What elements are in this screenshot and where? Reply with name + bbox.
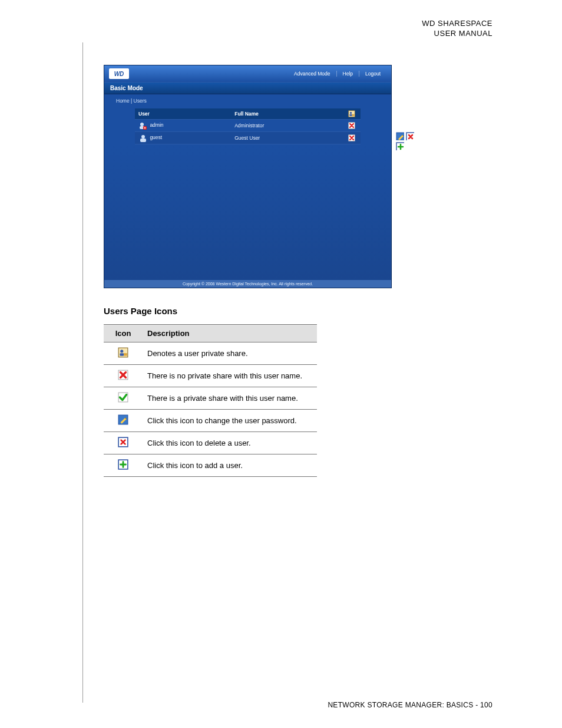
table-row: Denotes a user private share. xyxy=(104,342,317,365)
link-logout[interactable]: Logout xyxy=(359,71,386,77)
col-description: Description xyxy=(143,325,317,342)
wd-logo: WD xyxy=(109,68,129,79)
description-cell: Click this icon to delete a user. xyxy=(143,432,317,454)
table-row: Click this icon to delete a user. xyxy=(104,432,317,454)
no-private-icon xyxy=(118,370,128,380)
link-advanced-mode[interactable]: Advanced Mode xyxy=(288,71,336,77)
icon-cell xyxy=(104,432,143,454)
add-user-icon xyxy=(118,459,128,470)
icon-cell xyxy=(104,387,143,410)
no-private-icon xyxy=(348,134,355,141)
page-footer: NETWORK STORAGE MANAGER: BASICS - 100 xyxy=(328,701,492,709)
edit-password-icon xyxy=(118,414,128,425)
icon-description-table: Icon Description Denotes a user private … xyxy=(104,324,317,477)
screenshot: WD Advanced Mode Help Logout Basic Mode … xyxy=(104,65,392,288)
user-guest-icon xyxy=(138,134,147,142)
section-title: Users Page Icons xyxy=(104,306,492,316)
table-row: There is no private share with this user… xyxy=(104,365,317,387)
table-row: Click this icon to add a user. xyxy=(104,454,317,477)
edit-password-icon[interactable] xyxy=(396,132,404,140)
icon-cell xyxy=(104,365,143,387)
cell-user-label: admin xyxy=(150,122,163,128)
description-cell: Denotes a user private share. xyxy=(143,342,317,365)
users-table: User Full Name admin Administrator xyxy=(135,108,361,144)
screenshot-footer: Copyright © 2008 Western Digital Technol… xyxy=(104,280,391,288)
breadcrumb: Home | Users xyxy=(104,94,391,108)
user-admin-icon xyxy=(138,121,147,130)
has-private-icon xyxy=(118,392,128,403)
cell-user-label: guest xyxy=(150,134,162,140)
description-cell: There is a private share with this user … xyxy=(143,387,317,410)
mode-bar: Basic Mode xyxy=(104,83,391,94)
icon-cell xyxy=(104,410,143,432)
no-private-icon xyxy=(348,122,355,129)
description-cell: Click this icon to change the user passw… xyxy=(143,410,317,432)
cell-user: guest xyxy=(135,132,231,144)
description-cell: There is no private share with this user… xyxy=(143,365,317,387)
link-help[interactable]: Help xyxy=(336,71,359,77)
table-row: Click this icon to change the user passw… xyxy=(104,410,317,432)
header-line-1: WD SHARESPACE xyxy=(422,19,492,29)
page-header: WD SHARESPACE USER MANUAL xyxy=(422,19,492,39)
delete-user-icon[interactable] xyxy=(406,132,414,140)
margin-rule xyxy=(82,42,83,703)
col-status-icon xyxy=(340,108,361,120)
add-user-icon[interactable] xyxy=(396,142,404,150)
cell-fullname: Administrator xyxy=(231,120,340,132)
delete-user-icon xyxy=(118,437,128,447)
row-action-icons xyxy=(396,120,414,150)
top-links: Advanced Mode Help Logout xyxy=(288,71,386,77)
icon-cell xyxy=(104,454,143,477)
private-share-icon xyxy=(118,347,128,358)
col-user: User xyxy=(135,108,231,120)
col-icon: Icon xyxy=(104,325,143,342)
description-cell: Click this icon to add a user. xyxy=(143,454,317,477)
icon-cell xyxy=(104,342,143,365)
private-share-icon xyxy=(348,110,355,117)
cell-user: admin xyxy=(135,120,231,132)
screenshot-topbar: WD Advanced Mode Help Logout xyxy=(104,65,391,83)
col-fullname: Full Name xyxy=(231,108,340,120)
cell-fullname: Guest User xyxy=(231,132,340,144)
table-row: There is a private share with this user … xyxy=(104,387,317,410)
header-line-2: USER MANUAL xyxy=(422,29,492,39)
